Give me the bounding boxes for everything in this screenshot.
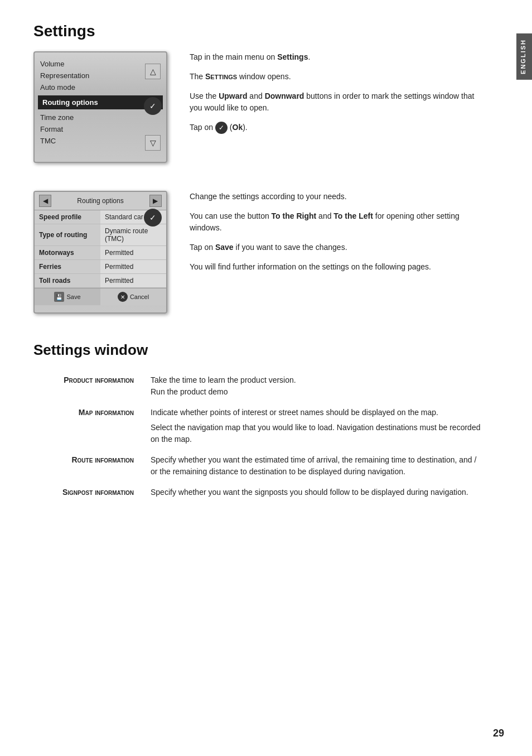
- product-info-text2: Run the product demo: [151, 387, 228, 396]
- signpost-info-def: Specify whether you want the signposts y…: [145, 482, 487, 503]
- screen2-title: Routing options: [77, 197, 123, 205]
- screen2-footer: 💾 Save ✕ Cancel: [35, 288, 166, 305]
- nav-right-btn[interactable]: ▶: [149, 195, 162, 207]
- menu-item-timezone[interactable]: Time zone: [40, 112, 161, 123]
- settings-menu-list: Volume Representation Auto mode Routing …: [40, 58, 161, 147]
- ok-button-screen1[interactable]: ✓: [144, 97, 162, 115]
- product-info-def: Take the time to learn the product versi…: [145, 370, 487, 402]
- table-row: Ferries Permitted: [35, 260, 166, 274]
- ferries-value: Permitted: [100, 260, 166, 274]
- toll-roads-value: Permitted: [100, 274, 166, 288]
- ok-circle-icon: ✓: [215, 122, 228, 134]
- table-row: Toll roads Permitted: [35, 274, 166, 288]
- cancel-button[interactable]: ✕ Cancel: [100, 288, 166, 305]
- type-routing-value: Dynamic route (TMC): [100, 224, 166, 246]
- change-settings-text: Change the settings according to your ne…: [190, 191, 487, 203]
- motorways-label: Motorways: [35, 246, 100, 260]
- tap-settings-text: Tap in the main menu on Settings.: [190, 51, 487, 63]
- settings-screen1: △ Volume Representation Auto mode Routin…: [33, 51, 167, 163]
- menu-item-representation[interactable]: Representation: [40, 70, 161, 81]
- save-label: Save: [66, 293, 80, 300]
- def-row-route: Route information Specify whether you wa…: [33, 450, 487, 482]
- tap-save-text: Tap on Save if you want to save the chan…: [190, 242, 487, 253]
- menu-item-volume[interactable]: Volume: [40, 58, 161, 70]
- menu-item-tmc[interactable]: TMC: [40, 135, 161, 147]
- speed-profile-label: Speed profile: [35, 210, 100, 224]
- route-info-term: Route information: [33, 450, 145, 482]
- settings-definitions-table: Product information Take the time to lea…: [33, 370, 487, 503]
- settings-window-opens-text: The SETTINGS window opens.: [190, 71, 487, 83]
- signpost-info-term: Signpost information: [33, 482, 145, 503]
- def-row-signpost: Signpost information Specify whether you…: [33, 482, 487, 503]
- down-arrow-btn[interactable]: ▽: [145, 135, 161, 151]
- checkmark-icon: ✓: [149, 102, 156, 110]
- upward-downward-text: Use the Upward and Downward buttons in o…: [190, 90, 487, 114]
- motorways-value: Permitted: [100, 246, 166, 260]
- product-info-text1: Take the time to learn the product versi…: [151, 375, 296, 384]
- map-info-text1: Indicate whether points of interest or s…: [151, 407, 482, 418]
- map-info-term: Map information: [33, 402, 145, 450]
- settings-screen2: ◀ Routing options ▶ ✓ Speed profile Stan…: [33, 191, 167, 314]
- def-row-map: Map information Indicate whether points …: [33, 402, 487, 450]
- settings-description: Tap in the main menu on Settings. The SE…: [190, 51, 487, 174]
- ferries-label: Ferries: [35, 260, 100, 274]
- toll-roads-label: Toll roads: [35, 274, 100, 288]
- map-info-def: Indicate whether points of interest or s…: [145, 402, 487, 450]
- product-info-term: Product information: [33, 370, 145, 402]
- checkmark-icon2: ✓: [149, 213, 156, 222]
- table-row: Type of routing Dynamic route (TMC): [35, 224, 166, 246]
- settings-window-section: Settings window Product information Take…: [33, 341, 487, 503]
- menu-item-format[interactable]: Format: [40, 123, 161, 135]
- ok-button-screen2[interactable]: ✓: [144, 209, 162, 227]
- table-row: Motorways Permitted: [35, 246, 166, 260]
- language-tab: ENGLISH: [516, 33, 532, 80]
- tap-ok-text: Tap on ✓ (Ok).: [190, 122, 487, 134]
- menu-item-automode[interactable]: Auto mode: [40, 81, 161, 93]
- cancel-label: Cancel: [130, 293, 149, 300]
- route-info-def: Specify whether you want the estimated t…: [145, 450, 487, 482]
- map-info-text2: Select the navigation map that you would…: [151, 422, 482, 445]
- settings-window-title: Settings window: [33, 341, 487, 359]
- save-icon: 💾: [54, 292, 64, 302]
- def-row-product: Product information Take the time to lea…: [33, 370, 487, 402]
- cancel-icon: ✕: [118, 292, 128, 302]
- settings-title: Settings: [33, 22, 487, 40]
- ok-icon-inline: ✓: [215, 122, 228, 134]
- right-left-text: You can use the button To the Right and …: [190, 210, 487, 234]
- further-info-text: You will find further information on the…: [190, 261, 487, 273]
- nav-left-btn[interactable]: ◀: [39, 195, 51, 207]
- page-number: 29: [493, 728, 504, 739]
- save-button[interactable]: 💾 Save: [35, 288, 100, 305]
- screen2-header: ◀ Routing options ▶: [35, 192, 166, 210]
- type-routing-label: Type of routing: [35, 224, 100, 246]
- up-arrow-btn[interactable]: △: [145, 64, 161, 79]
- screen2-description: Change the settings according to your ne…: [190, 191, 487, 325]
